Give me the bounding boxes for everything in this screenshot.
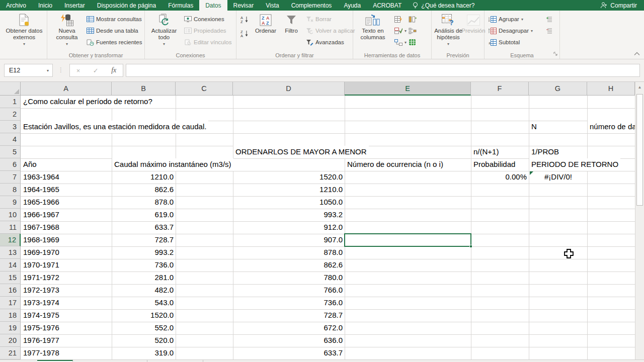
col-header-A[interactable]: A (21, 82, 112, 96)
cell-F5[interactable]: n/(N+1) (471, 146, 529, 158)
scrollbar-thumb[interactable] (636, 94, 643, 206)
cell-A13[interactable]: 1969-1970 (21, 246, 112, 259)
relationships-button[interactable]: ▾ (394, 37, 407, 47)
cell-D21[interactable]: 633.7 (233, 347, 345, 359)
row-header-21[interactable]: 21 (0, 347, 21, 359)
col-header-G[interactable]: G (529, 82, 587, 96)
col-header-B[interactable]: B (112, 82, 176, 96)
cell-A20[interactable]: 1976-1977 (21, 334, 112, 347)
sheet-tab-caudal-rio-frio[interactable]: Caudal Rio Frio (147, 360, 203, 362)
cell-B18[interactable]: 1520.0 (112, 309, 176, 322)
formula-bar-splitter[interactable]: ⋮ (58, 66, 64, 73)
cell-B19[interactable]: 552.0 (112, 322, 176, 334)
cell-A11[interactable]: 1967-1968 (21, 221, 112, 234)
cell-B15[interactable]: 281.0 (112, 272, 176, 284)
flash-fill-button[interactable] (394, 14, 403, 24)
cell-D16[interactable]: 766.0 (233, 284, 345, 297)
row-header-3[interactable]: 3 (0, 121, 21, 133)
row-header-11[interactable]: 11 (0, 221, 21, 234)
cell-A6[interactable]: Año (21, 158, 112, 171)
row-header-7[interactable]: 7 (0, 171, 21, 184)
dialog-launcher-icon[interactable] (553, 51, 558, 57)
cell-A14[interactable]: 1970-1971 (21, 259, 112, 272)
cell-B17[interactable]: 543.0 (112, 297, 176, 309)
cell-D10[interactable]: 993.2 (233, 209, 345, 221)
fill-handle[interactable] (469, 245, 472, 248)
cell-A17[interactable]: 1973-1974 (21, 297, 112, 309)
cell-B8[interactable]: 862.6 (112, 184, 176, 196)
row-header-1[interactable]: 1 (0, 96, 21, 108)
tab-complementos[interactable]: Complementos (285, 0, 338, 11)
row-header-13[interactable]: 13 (0, 246, 21, 259)
insert-function-icon[interactable]: fx (111, 66, 116, 74)
cancel-icon[interactable]: × (76, 67, 80, 74)
row-header-8[interactable]: 8 (0, 184, 21, 196)
row-header-5[interactable]: 5 (0, 146, 21, 158)
tab-vista[interactable]: Vista (260, 0, 285, 11)
get-external-data-button[interactable]: Obtener datos externos ▾ (4, 13, 44, 47)
cell-B12[interactable]: 728.7 (112, 234, 176, 246)
row-header-20[interactable]: 20 (0, 334, 21, 347)
from-table-button[interactable]: Desde una tabla (87, 26, 138, 36)
tab-inicio[interactable]: Inicio (32, 0, 58, 11)
cell-D11[interactable]: 912.0 (233, 221, 345, 234)
row-header-15[interactable]: 15 (0, 272, 21, 284)
text-to-columns-button[interactable]: Texto en columnas (356, 13, 389, 41)
sort-button[interactable]: ZAAZ Ordenar (253, 13, 279, 34)
cell-B11[interactable]: 633.7 (112, 221, 176, 234)
row-header-10[interactable]: 10 (0, 209, 21, 221)
share-button[interactable]: Compartir (593, 0, 644, 11)
cell-B16[interactable]: 482.0 (112, 284, 176, 297)
cell-B9[interactable]: 878.0 (112, 196, 176, 209)
enter-check-icon[interactable]: ✓ (93, 67, 99, 74)
hide-detail-button[interactable] (546, 26, 553, 36)
cell-B14[interactable]: 736.0 (112, 259, 176, 272)
data-validation-button[interactable]: ▾ (394, 26, 407, 36)
tab-revisar[interactable]: Revisar (227, 0, 260, 11)
cell-A8[interactable]: 1964-1965 (21, 184, 112, 196)
cell-F7[interactable]: 0.00% (471, 171, 529, 184)
tab-acrobat[interactable]: ACROBAT (367, 0, 408, 11)
cell-D14[interactable]: 862.6 (233, 259, 345, 272)
cell-D7[interactable]: 1520.0 (233, 171, 345, 184)
formula-input[interactable] (126, 64, 640, 77)
cell-E6[interactable]: Número de ocurrencia (n o i) (345, 158, 471, 171)
advanced-filter-button[interactable]: Avanzadas (306, 37, 344, 47)
tab-insertar[interactable]: Insertar (58, 0, 91, 11)
row-header-14[interactable]: 14 (0, 259, 21, 272)
cell-A12[interactable]: 1968-1969 (21, 234, 112, 246)
row-header-2[interactable]: 2 (0, 108, 21, 121)
col-header-E[interactable]: E (345, 82, 471, 96)
show-queries-button[interactable]: Mostrar consultas (87, 14, 142, 24)
cell-A1[interactable]: ¿Como calcular el período de retorno? (21, 96, 154, 108)
vertical-scrollbar[interactable]: ▲ (635, 82, 644, 359)
cell-H3[interactable]: número de datos (588, 121, 635, 133)
remove-duplicates-button[interactable] (409, 14, 417, 24)
cell-D18[interactable]: 728.7 (233, 309, 345, 322)
cell-B10[interactable]: 619.0 (112, 209, 176, 221)
cell-D19[interactable]: 672.0 (233, 322, 345, 334)
group-button[interactable]: Agrupar ▾ (489, 14, 523, 24)
manage-data-model-button[interactable] (409, 37, 416, 47)
cell-A18[interactable]: 1974-1975 (21, 309, 112, 322)
cell-D9[interactable]: 1050.0 (233, 196, 345, 209)
tell-me-search[interactable]: ¿Qué desea hacer? (408, 0, 479, 11)
connections-button[interactable]: Conexiones (184, 14, 224, 24)
cell-B21[interactable]: 319.0 (112, 347, 176, 359)
row-header-9[interactable]: 9 (0, 196, 21, 209)
cell-D15[interactable]: 780.0 (233, 272, 345, 284)
sheet-tab-caudal-penas-blancas[interactable]: Caudal Peñas Blancas (73, 360, 147, 362)
cell-G7[interactable]: #¡DIV/0! (529, 171, 587, 184)
subtotal-button[interactable]: ± Subtotal (489, 37, 520, 47)
ungroup-button[interactable]: Desagrupar ▾ (489, 26, 533, 36)
cell-G5[interactable]: 1/PROB (529, 146, 587, 158)
row-header-17[interactable]: 17 (0, 297, 21, 309)
tab-disposicion[interactable]: Disposición de página (91, 0, 162, 11)
tab-archivo[interactable]: Archivo (0, 0, 32, 11)
row-header-12[interactable]: 12 (0, 234, 21, 246)
row-header-6[interactable]: 6 (0, 158, 21, 171)
collapse-ribbon-icon[interactable] (634, 51, 640, 57)
what-if-button[interactable]: ? Análisis de hipótesis ▾ (434, 13, 463, 47)
consolidate-button[interactable] (409, 26, 417, 36)
scroll-up-icon[interactable]: ▲ (635, 83, 644, 91)
